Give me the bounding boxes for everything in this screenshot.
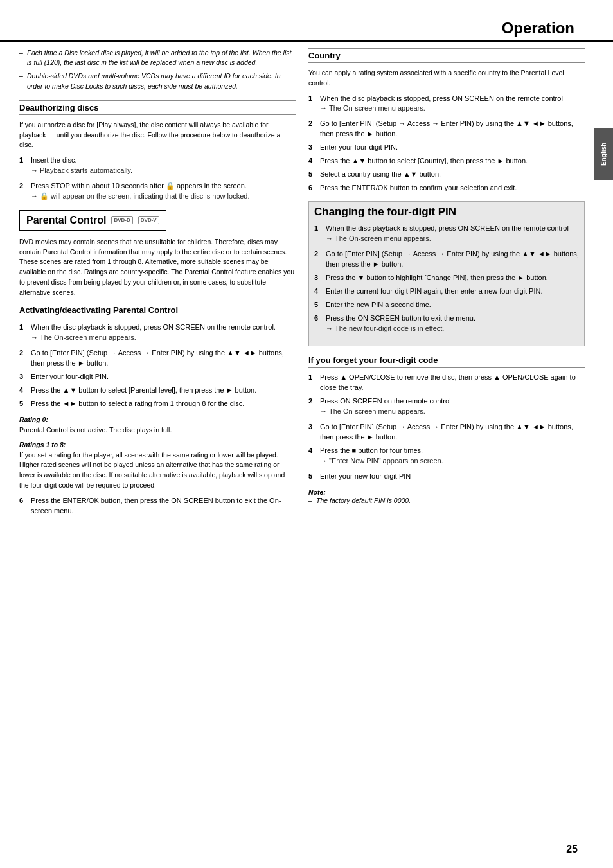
- list-item: 4 Press the ▲▼ button to select [Country…: [308, 156, 585, 166]
- list-item: 4 Enter the current four-digit PIN again…: [314, 287, 579, 297]
- list-item: 1 When the disc playback is stopped, pre…: [308, 94, 585, 116]
- forget-steps: 1 Press ▲ OPEN/CLOSE to remove the disc,…: [308, 373, 585, 481]
- list-item: 2 Go to [Enter PIN] (Setup → Access → En…: [308, 119, 585, 139]
- arrow-item: The On-screen menu appears.: [31, 333, 296, 343]
- activating-section-title: Activating/deactivating Parental Control: [19, 303, 296, 317]
- forget-title: If you forget your four-digit code: [308, 353, 585, 368]
- arrow-item: The On-screen menu appears.: [320, 103, 585, 114]
- country-section: Country You can apply a rating system as…: [308, 48, 585, 193]
- list-item: 3 Press the ▼ button to highlight [Chang…: [314, 273, 579, 283]
- dvd-badge-1: DVD-D: [111, 216, 132, 224]
- list-item: 5 Enter the new PIN a second time.: [314, 300, 579, 310]
- page: Operation English Each time a Disc locke…: [0, 0, 613, 868]
- arrow-item: 🔒 will appear on the screen, indicating …: [31, 191, 296, 202]
- page-number: 25: [566, 844, 578, 855]
- list-item: 1 Insert the disc. Playback starts autom…: [19, 155, 296, 178]
- arrow-item: The On-screen menu appears.: [320, 407, 585, 417]
- arrow-item: The On-screen menu appears.: [326, 234, 579, 244]
- dvd-badge-2: DVD-V: [138, 216, 159, 224]
- list-item: 4 Press the ▲▼ button to select [Parenta…: [19, 385, 296, 396]
- note-section: Note: The factory default PIN is 0000.: [308, 488, 585, 506]
- list-item: The factory default PIN is 0000.: [308, 496, 585, 506]
- rating18-text: If you set a rating for the player, all …: [19, 450, 296, 491]
- rating0-heading: Rating 0:: [19, 416, 296, 423]
- list-item: 5 Press the ◄► button to select a rating…: [19, 399, 296, 409]
- page-title: Operation: [0, 19, 574, 37]
- page-header: Operation: [0, 13, 613, 42]
- list-item: 5 Enter your new four-digit PIN: [308, 472, 585, 482]
- arrow-item: The new four-digit code is in effect.: [326, 324, 579, 334]
- deauth-steps: 1 Insert the disc. Playback starts autom…: [19, 155, 296, 204]
- list-item: 6 Press the ENTER/OK button to confirm y…: [308, 183, 585, 193]
- list-item: Each time a Disc locked disc is played, …: [19, 48, 296, 67]
- country-title: Country: [308, 48, 585, 63]
- list-item: 1 When the disc playback is stopped, pre…: [314, 224, 579, 246]
- list-item: Double-sided DVDs and multi-volume VCDs …: [19, 71, 296, 91]
- list-item: 3 Go to [Enter PIN] (Setup → Access → En…: [308, 422, 585, 443]
- parental-body: DVD movies may contain scenes that are u…: [19, 237, 296, 298]
- list-item: 1 When the disc playback is stopped, pre…: [19, 323, 296, 345]
- arrow-item: Playback starts automatically.: [31, 166, 296, 176]
- country-steps: 1 When the disc playback is stopped, pre…: [308, 94, 585, 194]
- note-bullets: The factory default PIN is 0000.: [308, 496, 585, 506]
- list-item: 2 Press STOP within about 10 seconds aft…: [19, 181, 296, 204]
- list-item: 2 Go to [Enter PIN] (Setup → Access → En…: [19, 348, 296, 369]
- note-label: Note:: [308, 488, 585, 496]
- arrow-item: "Enter New PIN" appears on screen.: [320, 456, 585, 466]
- forget-section: If you forget your four-digit code 1 Pre…: [308, 353, 585, 506]
- content-area: Each time a Disc locked disc is played, …: [0, 48, 613, 523]
- rating0-text: Parental Control is not active. The disc…: [19, 425, 296, 436]
- list-item: 5 Select a country using the ▲▼ button.: [308, 170, 585, 180]
- rating18-heading: Ratings 1 to 8:: [19, 441, 296, 448]
- deauth-body: If you authorize a disc for [Play always…: [19, 120, 296, 150]
- list-item: 2 Go to [Enter PIN] (Setup → Access → En…: [314, 249, 579, 270]
- right-column: Country You can apply a rating system as…: [308, 48, 585, 523]
- step6-list: 6 Press the ENTER/OK button, then press …: [19, 496, 296, 517]
- parental-title: Parental Control: [26, 215, 106, 226]
- list-item: 3 Enter your four-digit PIN.: [308, 143, 585, 153]
- list-item: 3 Enter your four-digit PIN.: [19, 372, 296, 382]
- left-column: Each time a Disc locked disc is played, …: [19, 48, 296, 523]
- deauth-section-title: Deauthorizing discs: [19, 100, 296, 115]
- list-item: 6 Press the ENTER/OK button, then press …: [19, 496, 296, 517]
- changing-section: Changing the four-digit PIN 1 When the d…: [308, 201, 585, 346]
- activating-steps: 1 When the disc playback is stopped, pre…: [19, 323, 296, 409]
- list-item: 2 Press ON SCREEN on the remote control …: [308, 396, 585, 419]
- list-item: 6 Press the ON SCREEN button to exit the…: [314, 314, 579, 336]
- country-body: You can apply a rating system associated…: [308, 68, 585, 89]
- list-item: 1 Press ▲ OPEN/CLOSE to remove the disc,…: [308, 373, 585, 393]
- intro-bullets: Each time a Disc locked disc is played, …: [19, 48, 296, 91]
- changing-steps: 1 When the disc playback is stopped, pre…: [314, 224, 579, 335]
- parental-control-box: Parental Control DVD-D DVD-V: [19, 210, 166, 231]
- changing-title: Changing the four-digit PIN: [314, 206, 579, 218]
- list-item: 4 Press the ■ button for four times. "En…: [308, 446, 585, 468]
- sidebar-language-label: English: [594, 128, 613, 180]
